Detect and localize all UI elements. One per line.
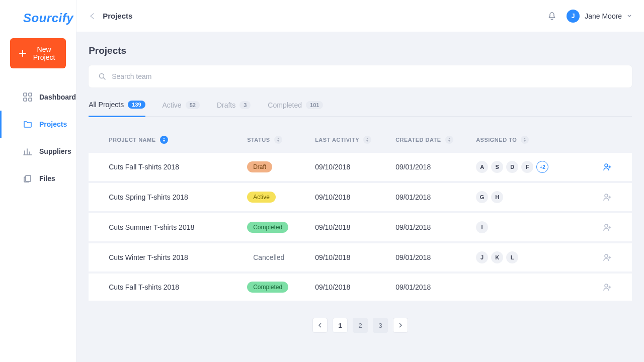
user-menu[interactable]: J Jane Moore — [567, 10, 632, 23]
sidebar-item-label: Projects — [39, 120, 67, 128]
search-bar[interactable] — [89, 65, 632, 87]
projects-table: PROJECT NAME STATUS LAST ACTIVITY — [89, 127, 632, 301]
page-title: Projects — [89, 45, 632, 56]
sort-icon[interactable] — [160, 136, 168, 144]
tab-count-badge: 3 — [239, 101, 251, 109]
table-row[interactable]: Cuts Fall T-shirts 2018Completed09/10/20… — [89, 274, 632, 301]
svg-point-8 — [605, 224, 608, 227]
add-assignee-button[interactable] — [577, 162, 612, 171]
breadcrumb-label: Projects — [103, 12, 132, 20]
tab-all-projects[interactable]: All Projects139 — [89, 98, 145, 117]
table-row[interactable]: Cuts Summer T-shirts 2018Completed09/10/… — [89, 213, 632, 241]
bell-icon[interactable] — [547, 12, 556, 21]
table-row[interactable]: Cuts Spring T-shirts 2018Active09/10/201… — [89, 183, 632, 211]
chart-icon — [23, 147, 32, 156]
chevron-down-icon — [627, 14, 632, 19]
table-header: PROJECT NAME STATUS LAST ACTIVITY — [89, 127, 632, 153]
svg-point-6 — [605, 164, 608, 167]
status-badge: Completed — [247, 282, 288, 293]
svg-point-10 — [605, 284, 608, 287]
back-arrow-icon[interactable] — [89, 12, 97, 20]
cell-assignees: JKL — [476, 251, 577, 263]
col-last-activity[interactable]: LAST ACTIVITY — [315, 136, 395, 144]
col-project-name[interactable]: PROJECT NAME — [109, 136, 247, 144]
cell-created-date: 09/01/2018 — [395, 193, 476, 201]
cell-project-name: Cuts Spring T-shirts 2018 — [109, 193, 247, 201]
col-status[interactable]: STATUS — [247, 136, 315, 144]
nav: Dashboard Projects Suppliers Files — [0, 83, 76, 192]
page-prev-button[interactable] — [312, 318, 328, 333]
status-badge: Completed — [247, 222, 288, 233]
status-badge: Cancelled — [247, 253, 284, 261]
tab-count-badge: 52 — [186, 101, 200, 109]
cell-assignees: ASDF+2 — [476, 161, 577, 173]
sidebar-item-files[interactable]: Files — [0, 165, 76, 192]
col-assigned-to[interactable]: ASSIGNED TO — [476, 136, 577, 144]
main: Projects J Jane Moore Projects — [76, 0, 644, 362]
assignee-avatar[interactable]: K — [491, 251, 503, 263]
add-assignee-button[interactable] — [577, 283, 612, 292]
assignee-more[interactable]: +2 — [536, 161, 548, 173]
table-row[interactable]: Cuts Fall T-shirts 2018Draft09/10/201809… — [89, 153, 632, 181]
topbar-right: J Jane Moore — [547, 10, 632, 23]
cell-project-name: Cuts Fall T-shirts 2018 — [109, 163, 247, 171]
sidebar-item-projects[interactable]: Projects — [0, 111, 76, 138]
assignee-avatar[interactable]: G — [476, 191, 488, 203]
page-number-button[interactable]: 3 — [373, 318, 388, 333]
assignee-avatar[interactable]: D — [506, 161, 518, 173]
tab-drafts[interactable]: Drafts3 — [217, 98, 251, 116]
avatar: J — [567, 10, 580, 23]
assignee-avatar[interactable]: L — [506, 251, 518, 263]
breadcrumb: Projects — [89, 12, 132, 20]
sort-icon[interactable] — [445, 136, 453, 144]
new-project-button[interactable]: New Project — [10, 38, 66, 68]
cell-last-activity: 09/10/2018 — [315, 253, 395, 261]
tab-count-badge: 139 — [128, 101, 145, 109]
folder-icon — [23, 120, 32, 129]
sidebar-item-dashboard[interactable]: Dashboard — [0, 83, 76, 111]
content: Projects All Projects139Active52Drafts3C… — [76, 32, 644, 362]
tab-count-badge: 101 — [306, 101, 323, 109]
assignee-avatar[interactable]: F — [521, 161, 533, 173]
cell-last-activity: 09/10/2018 — [315, 283, 395, 291]
tab-label: All Projects — [89, 101, 124, 109]
col-created-date[interactable]: CREATED DATE — [395, 136, 476, 144]
sidebar: Sourcify New Project Dashboard Projects — [0, 0, 76, 362]
cell-assignees: GH — [476, 191, 577, 203]
dashboard-icon — [23, 93, 32, 102]
assignee-avatar[interactable]: I — [476, 221, 488, 233]
cell-assignees: I — [476, 221, 577, 233]
page-number-button[interactable]: 1 — [333, 318, 348, 333]
svg-rect-0 — [24, 93, 27, 96]
sidebar-item-suppliers[interactable]: Suppliers — [0, 138, 76, 165]
page-next-button[interactable] — [393, 318, 408, 333]
status-badge: Draft — [247, 161, 272, 172]
svg-rect-2 — [24, 98, 27, 101]
plus-icon — [19, 49, 26, 58]
add-assignee-button[interactable] — [577, 223, 612, 232]
assignee-avatar[interactable]: S — [491, 161, 503, 173]
tab-completed[interactable]: Completed101 — [268, 98, 323, 116]
assignee-avatar[interactable]: J — [476, 251, 488, 263]
tab-label: Active — [163, 101, 182, 109]
cell-project-name: Cuts Fall T-shirts 2018 — [109, 283, 247, 291]
topbar: Projects J Jane Moore — [76, 0, 644, 32]
search-input[interactable] — [112, 72, 622, 80]
sidebar-item-label: Dashboard — [39, 93, 76, 101]
brand-logo: Sourcify — [0, 9, 76, 38]
sort-icon[interactable] — [521, 136, 529, 144]
cell-created-date: 09/01/2018 — [395, 223, 476, 231]
table-row[interactable]: Cuts Winter T-shirts 2018Cancelled09/10/… — [89, 243, 632, 272]
files-icon — [23, 174, 32, 183]
sort-icon[interactable] — [274, 136, 282, 144]
sort-icon[interactable] — [363, 136, 371, 144]
add-assignee-button[interactable] — [577, 253, 612, 262]
assignee-avatar[interactable]: A — [476, 161, 488, 173]
tab-active[interactable]: Active52 — [163, 98, 200, 116]
page-number-button[interactable]: 2 — [353, 318, 368, 333]
assignee-avatar[interactable]: H — [491, 191, 503, 203]
svg-point-9 — [605, 254, 608, 257]
cell-created-date: 09/01/2018 — [395, 163, 476, 171]
add-assignee-button[interactable] — [577, 193, 612, 202]
pagination: 123 — [89, 318, 632, 333]
